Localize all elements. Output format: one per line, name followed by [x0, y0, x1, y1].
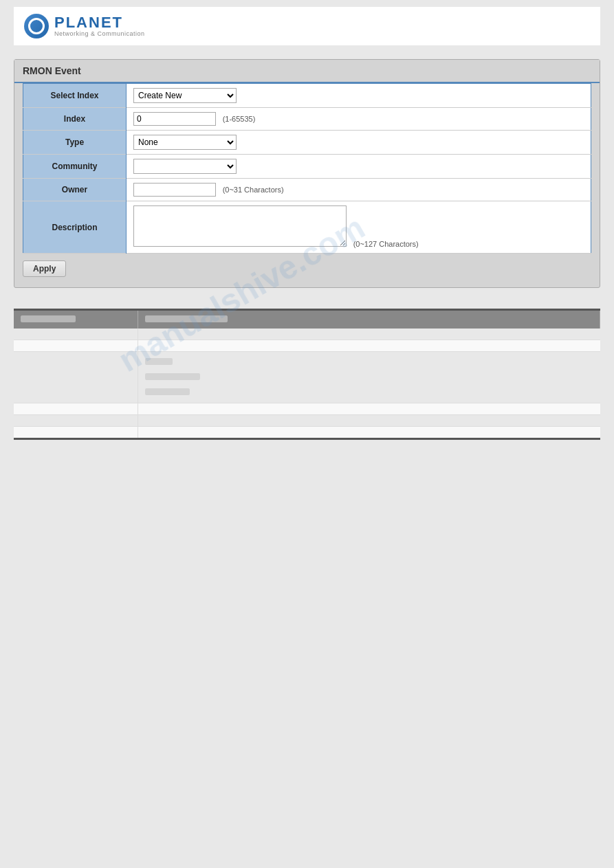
blur-bar-1 [145, 358, 173, 365]
row-community: Community [23, 155, 591, 179]
apply-button[interactable]: Apply [23, 260, 66, 277]
form-table: Select Index Create New Index (1-65535) … [23, 83, 591, 254]
logo-text: PLANET Networking & Communication [54, 15, 145, 37]
logo-subtitle: Networking & Communication [54, 30, 145, 37]
value-type: None Log SNMP Trap Log and Trap [127, 131, 591, 155]
label-select-index: Select Index [23, 84, 127, 108]
ref-desc-cell [138, 352, 600, 403]
index-input[interactable] [133, 112, 216, 126]
ref-desc-cell [138, 415, 600, 427]
ref-table [14, 309, 600, 440]
ref-desc-cell [138, 340, 600, 352]
ref-desc-cell [138, 427, 600, 439]
ref-table-wrapper [14, 309, 600, 440]
label-community: Community [23, 155, 127, 179]
table-row [14, 403, 600, 415]
label-type: Type [23, 131, 127, 155]
value-description: (0~127 Charactors) [127, 201, 591, 254]
table-row [14, 415, 600, 427]
ref-col-param [14, 310, 138, 329]
ref-param-cell [14, 340, 138, 352]
row-type: Type None Log SNMP Trap Log and Trap [23, 131, 591, 155]
community-dropdown[interactable] [133, 159, 237, 174]
row-select-index: Select Index Create New [23, 84, 591, 108]
ref-param-cell [14, 427, 138, 439]
row-index: Index (1-65535) [23, 108, 591, 131]
owner-hint: (0~31 Charactors) [223, 186, 284, 194]
panel-title: RMON Event [14, 60, 600, 83]
table-row [14, 329, 600, 340]
ref-col-desc [138, 310, 600, 329]
logo-title: PLANET [54, 15, 145, 30]
row-owner: Owner (0~31 Charactors) [23, 179, 591, 201]
ref-desc-cell [138, 403, 600, 415]
blur-bar-3 [145, 388, 190, 395]
ref-param-cell [14, 352, 138, 403]
col-param-bar [21, 315, 76, 322]
label-description: Description [23, 201, 127, 254]
value-index: (1-65535) [127, 108, 591, 131]
logo-icon [24, 14, 49, 38]
owner-input[interactable] [133, 183, 216, 197]
col-desc-bar [145, 315, 228, 322]
header: PLANET Networking & Communication [14, 7, 600, 45]
ref-param-cell [14, 329, 138, 340]
label-index: Index [23, 108, 127, 131]
type-dropdown[interactable]: None Log SNMP Trap Log and Trap [133, 135, 237, 150]
table-row [14, 352, 600, 403]
table-row [14, 427, 600, 439]
page-wrapper: PLANET Networking & Communication RMON E… [0, 0, 614, 868]
ref-param-cell [14, 403, 138, 415]
value-community [127, 155, 591, 179]
description-hint: (0~127 Charactors) [353, 240, 419, 248]
ref-param-cell [14, 415, 138, 427]
ref-table-header-row [14, 310, 600, 329]
description-textarea[interactable] [133, 205, 347, 247]
select-index-dropdown[interactable]: Create New [133, 88, 237, 103]
index-hint: (1-65535) [223, 115, 256, 123]
value-owner: (0~31 Charactors) [127, 179, 591, 201]
value-select-index: Create New [127, 84, 591, 108]
label-owner: Owner [23, 179, 127, 201]
ref-desc-cell [138, 329, 600, 340]
table-row [14, 340, 600, 352]
row-description: Description (0~127 Charactors) [23, 201, 591, 254]
blur-bar-2 [145, 373, 200, 380]
rmon-event-panel: RMON Event Select Index Create New Index… [14, 59, 600, 288]
